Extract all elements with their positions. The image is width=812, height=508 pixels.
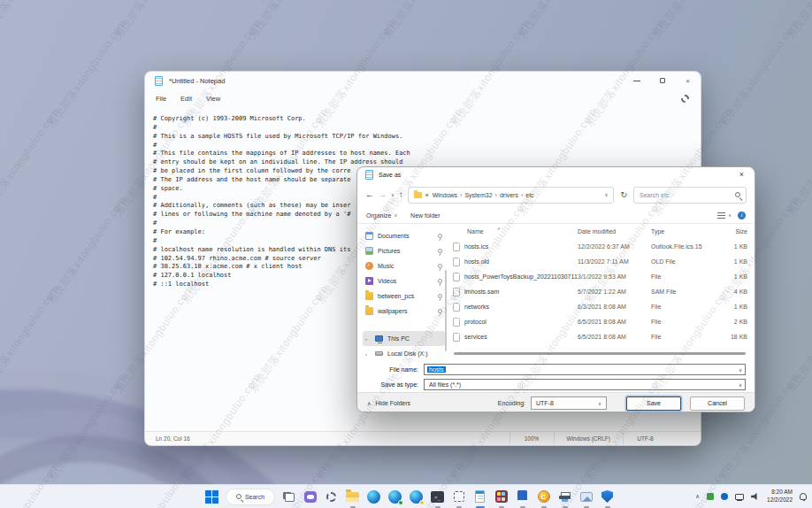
sidebar-item-icon: [365, 292, 373, 300]
snipping-tool-button[interactable]: [451, 489, 466, 504]
edge-canary-button[interactable]: [409, 489, 424, 504]
file-name-value[interactable]: hosts: [427, 366, 446, 373]
forward-button[interactable]: →: [379, 190, 387, 199]
dialog-titlebar[interactable]: Save as ×: [357, 167, 755, 182]
edge-button[interactable]: [366, 489, 381, 504]
sidebar-item[interactable]: Videos: [363, 273, 445, 289]
file-row[interactable]: protocol 6/5/2021 8:08 AM File 2 KB: [448, 314, 752, 329]
settings-gear-icon[interactable]: [681, 95, 689, 103]
breadcrumb-item[interactable]: drivers ›: [500, 192, 523, 198]
windows-security-button[interactable]: [600, 489, 615, 504]
back-button[interactable]: ←: [365, 190, 374, 199]
notepad-titlebar[interactable]: *Untitled - Notepad ×: [145, 72, 701, 89]
settings-button[interactable]: [324, 489, 339, 504]
expand-chevron-icon[interactable]: ›: [365, 351, 371, 357]
view-mode-button[interactable]: ∨: [717, 212, 732, 219]
media-app-button[interactable]: [578, 489, 594, 504]
details-pane-icon[interactable]: i: [738, 212, 746, 219]
chat-button[interactable]: [303, 489, 318, 504]
word-button[interactable]: [515, 489, 530, 504]
coin-app-button[interactable]: C: [536, 489, 551, 504]
sidebar-item[interactable]: Documents: [363, 228, 445, 243]
breadcrumb-item[interactable]: System32 ›: [464, 192, 496, 198]
encoding-select[interactable]: UTF-8 ∨: [531, 396, 607, 410]
file-name: networks: [464, 304, 489, 310]
file-type: File: [651, 334, 717, 340]
menu-item[interactable]: View: [206, 95, 220, 103]
file-row[interactable]: services 6/5/2021 8:08 AM File 18 KB: [448, 329, 752, 344]
devtoys-button[interactable]: [494, 489, 509, 504]
address-dropdown-chevron[interactable]: ∨: [604, 192, 608, 197]
taskbar-search[interactable]: Search: [226, 489, 275, 505]
file-row[interactable]: hosts.old 11/3/2022 7:11 AM OLD File 1 K…: [448, 254, 752, 269]
task-view-button[interactable]: [281, 489, 296, 504]
column-header-type[interactable]: Type: [651, 228, 717, 235]
sidebar-item-this-pc[interactable]: › This PC: [363, 331, 445, 346]
column-header-date[interactable]: Date modified: [578, 228, 651, 235]
sidebar-item[interactable]: between_pcs: [363, 289, 445, 304]
close-button[interactable]: ×: [675, 72, 701, 89]
file-type: File: [651, 319, 717, 325]
address-bar[interactable]: « Windows › System32 ›: [408, 187, 615, 204]
file-row[interactable]: hosts_PowerToysBackup_20221103071134 3/1…: [448, 269, 752, 284]
printer-app-button[interactable]: [557, 489, 572, 504]
sidebar-item-local-disk[interactable]: › Local Disk (X:): [363, 346, 445, 361]
new-folder-button[interactable]: New folder: [410, 212, 440, 219]
cancel-button[interactable]: Cancel: [690, 396, 745, 411]
breadcrumb-item[interactable]: etc ›: [525, 192, 533, 198]
terminal-button[interactable]: >_: [430, 489, 445, 504]
expand-chevron-icon[interactable]: ›: [365, 336, 371, 342]
menu-item[interactable]: File: [156, 95, 166, 103]
file-row[interactable]: lmhosts.sam 5/7/2022 1:22 AM SAM File 4 …: [448, 284, 752, 299]
maximize-icon: [660, 78, 665, 83]
column-header-name[interactable]: ∧ Name: [448, 228, 578, 235]
address-overflow[interactable]: «: [425, 192, 429, 198]
file-icon: [453, 303, 460, 312]
chevron-down-icon[interactable]: ∨: [739, 382, 742, 388]
up-button[interactable]: ↑: [399, 190, 403, 199]
notepad-taskbar-button[interactable]: [472, 489, 487, 504]
maximize-button[interactable]: [649, 72, 675, 89]
column-header-size[interactable]: Size: [717, 228, 751, 235]
save-button[interactable]: Save: [626, 396, 681, 411]
organize-button[interactable]: Organize ∨: [366, 212, 397, 219]
notification-bell-icon[interactable]: [800, 493, 807, 500]
file-icon: [453, 318, 460, 327]
file-explorer-button[interactable]: [345, 489, 360, 504]
running-indicator: [605, 506, 610, 508]
breadcrumb-item[interactable]: Windows ›: [433, 192, 463, 198]
edge-beta-button[interactable]: [387, 489, 402, 504]
breadcrumb-separator: ›: [460, 192, 462, 198]
file-name-input[interactable]: hosts ∨: [424, 364, 746, 375]
sidebar-item[interactable]: wallpapers: [363, 304, 445, 319]
file-name: hosts.old: [464, 258, 489, 265]
filename-section: File name: hosts ∨ Save as type: All fil…: [357, 360, 755, 392]
refresh-icon[interactable]: ↻: [618, 191, 629, 199]
canary-badge: [419, 500, 425, 505]
menu-item[interactable]: Edit: [180, 95, 192, 103]
horizontal-scrollbar[interactable]: [454, 352, 746, 355]
chevron-down-icon[interactable]: ∨: [598, 401, 601, 406]
taskbar-clock[interactable]: 8:20 AM 12/2/2022: [767, 489, 793, 504]
recent-locations-chevron[interactable]: ∨: [391, 192, 395, 197]
volume-icon[interactable]: [751, 493, 760, 500]
file-size: 1 KB: [717, 304, 751, 310]
hidden-icons-chevron[interactable]: ∧: [695, 493, 700, 500]
running-indicator: [563, 506, 568, 508]
sidebar-item-label: wallpapers: [378, 308, 407, 314]
file-row[interactable]: hosts.ics 12/2/2022 6:37 AM Outlook.File…: [448, 239, 752, 254]
printer-icon: [559, 492, 571, 502]
sidebar-item[interactable]: Pictures: [363, 243, 445, 258]
tray-app-icon-green[interactable]: [707, 493, 714, 500]
chevron-down-icon[interactable]: ∨: [739, 367, 742, 373]
minimize-button[interactable]: [624, 72, 649, 89]
tray-app-icon-blue[interactable]: [721, 493, 728, 500]
start-button[interactable]: [204, 489, 219, 504]
search-input[interactable]: Search etc: [633, 187, 747, 204]
save-as-type-select[interactable]: All files (*.*) ∨: [424, 379, 746, 390]
file-row[interactable]: networks 6/3/2021 8:08 AM File 1 KB: [448, 299, 752, 314]
sidebar-item[interactable]: Music: [363, 258, 445, 273]
hide-folders-button[interactable]: ∧ Hide Folders: [367, 400, 410, 406]
network-icon[interactable]: [735, 494, 744, 500]
dialog-close-button[interactable]: ×: [737, 171, 747, 179]
